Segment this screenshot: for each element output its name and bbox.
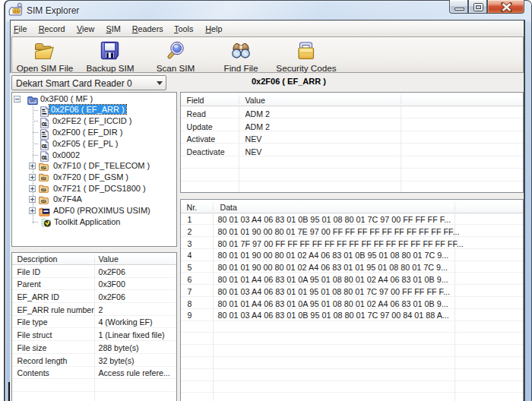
svg-text:DF: DF — [42, 199, 46, 203]
svg-text:MF: MF — [30, 99, 36, 103]
svg-text:DF: DF — [42, 166, 46, 169]
svg-text:DF: DF — [42, 188, 46, 191]
svg-text:DF: DF — [42, 177, 46, 181]
